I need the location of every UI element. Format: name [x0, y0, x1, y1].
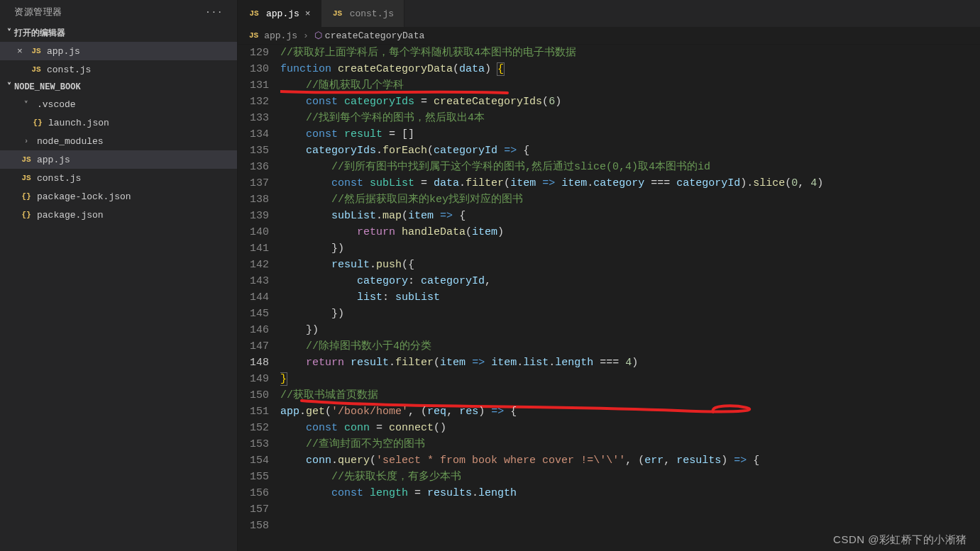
- tabs-bar: JSapp.js×JSconst.js: [238, 0, 980, 27]
- editor[interactable]: 1291301311321331341351361371381391401411…: [238, 45, 980, 551]
- file-label: .vscode: [37, 99, 76, 110]
- breadcrumb-file[interactable]: app.js: [264, 30, 297, 41]
- chevron-icon: ›: [20, 137, 33, 145]
- file-label: launch.json: [48, 118, 109, 128]
- file-item[interactable]: {}package.json: [0, 206, 237, 224]
- json-file-icon: {}: [20, 211, 33, 219]
- file-label: package.json: [37, 210, 104, 221]
- section-open-editors[interactable]: ˅ 打开的编辑器: [0, 24, 237, 42]
- file-label: app.js: [37, 155, 70, 165]
- close-icon[interactable]: ×: [14, 46, 26, 57]
- code-line[interactable]: const categoryIds = createCategoryIds(6): [280, 94, 980, 110]
- json-file-icon: {}: [20, 192, 33, 201]
- tab-label: app.js: [266, 9, 299, 19]
- chevron-icon: ˅: [20, 100, 33, 109]
- code-line[interactable]: //随机获取几个学科: [280, 77, 980, 94]
- code-line[interactable]: categoryIds.forEach(categoryId => {: [280, 143, 980, 159]
- gutter: 1291301311321331341351361371381391401411…: [238, 45, 280, 551]
- chevron-right-icon: ›: [303, 30, 309, 41]
- files-list: ˅.vscode{}launch.json›node_modulesJSapp.…: [0, 95, 237, 224]
- code-line[interactable]: subList.map(item => {: [280, 208, 980, 224]
- code-area[interactable]: //获取好上面学科后，每个学科随机获取4本图书的电子书数据function cr…: [280, 45, 980, 551]
- code-line[interactable]: }): [280, 322, 980, 338]
- js-file-icon: JS: [20, 174, 33, 182]
- code-line[interactable]: list: subList: [280, 289, 980, 306]
- js-file-icon: JS: [248, 9, 260, 18]
- file-item[interactable]: JSapp.js: [0, 150, 237, 169]
- code-line[interactable]: function createCategoryData(data) {: [280, 61, 980, 77]
- file-label: const.js: [37, 173, 81, 184]
- open-editors-label: 打开的编辑器: [14, 27, 65, 39]
- code-line[interactable]: return result.filter(item => item.list.l…: [280, 355, 980, 371]
- function-icon: ⬡: [314, 30, 322, 41]
- sidebar-more-icon[interactable]: ···: [201, 7, 227, 18]
- file-item[interactable]: {}package-lock.json: [0, 187, 237, 206]
- js-file-icon: JS: [20, 155, 33, 164]
- sidebar-title: 资源管理器: [14, 6, 62, 18]
- sidebar-header: 资源管理器 ···: [0, 0, 237, 24]
- js-file-icon: JS: [30, 65, 43, 74]
- close-icon[interactable]: ×: [305, 9, 311, 19]
- code-line[interactable]: const result = []: [280, 126, 980, 143]
- js-file-icon: JS: [331, 9, 344, 18]
- code-line[interactable]: const length = results.length: [280, 485, 980, 501]
- code-line[interactable]: //到所有图书中找到属于这个学科的图书,然后通过slice(0,4)取4本图书的…: [280, 159, 980, 175]
- code-line[interactable]: }): [280, 240, 980, 257]
- code-line[interactable]: //先获取长度，有多少本书: [280, 469, 980, 485]
- sidebar: 资源管理器 ··· ˅ 打开的编辑器 ×JSapp.js JSconst.js …: [0, 0, 238, 551]
- open-editor-item[interactable]: ×JSapp.js: [0, 42, 237, 60]
- code-line[interactable]: category: categoryId,: [280, 273, 980, 289]
- code-line[interactable]: //找到每个学科的图书，然后取出4本: [280, 110, 980, 126]
- project-label: NODE_NEW_BOOK: [14, 82, 81, 92]
- js-file-icon: JS: [249, 31, 258, 40]
- file-item[interactable]: {}launch.json: [0, 113, 237, 132]
- tab[interactable]: JSconst.js: [321, 0, 404, 27]
- tab[interactable]: JSapp.js×: [238, 0, 321, 27]
- code-line[interactable]: return handleData(item): [280, 224, 980, 240]
- watermark: CSDN @彩虹桥下的小淅猪: [833, 533, 967, 547]
- chevron-down-icon: ˅: [4, 28, 14, 38]
- code-line[interactable]: //查询封面不为空的图书: [280, 436, 980, 452]
- code-line[interactable]: result.push({: [280, 257, 980, 273]
- code-line[interactable]: const subList = data.filter(item => item…: [280, 175, 980, 191]
- json-file-icon: {}: [31, 118, 44, 127]
- folder-item[interactable]: ›node_modules: [0, 132, 237, 150]
- folder-item[interactable]: ˅.vscode: [0, 95, 237, 113]
- code-line[interactable]: conn.query('select * from book where cov…: [280, 452, 980, 469]
- file-label: const.js: [47, 65, 91, 75]
- code-line[interactable]: }: [280, 371, 980, 387]
- file-label: package-lock.json: [37, 191, 131, 202]
- file-label: node_modules: [37, 136, 104, 147]
- chevron-down-icon: ˅: [4, 82, 14, 92]
- main: JSapp.js×JSconst.js JS app.js › ⬡ create…: [238, 0, 980, 551]
- open-editors-list: ×JSapp.js JSconst.js: [0, 42, 237, 79]
- breadcrumbs[interactable]: JS app.js › ⬡ createCategoryData: [238, 27, 980, 45]
- code-line[interactable]: }): [280, 306, 980, 322]
- breadcrumb-symbol[interactable]: ⬡ createCategoryData: [314, 30, 424, 41]
- section-project[interactable]: ˅ NODE_NEW_BOOK: [0, 79, 237, 95]
- code-line[interactable]: //获取书城首页数据: [280, 387, 980, 403]
- tab-label: const.js: [350, 9, 394, 19]
- code-line[interactable]: const conn = connect(): [280, 420, 980, 436]
- file-label: app.js: [47, 46, 80, 57]
- code-line[interactable]: //除掉图书数小于4的分类: [280, 338, 980, 355]
- file-item[interactable]: JSconst.js: [0, 169, 237, 187]
- code-line[interactable]: //然后据获取回来的key找到对应的图书: [280, 191, 980, 208]
- code-line[interactable]: app.get('/book/home', (req, res) => {: [280, 403, 980, 420]
- open-editor-item[interactable]: JSconst.js: [0, 60, 237, 79]
- code-line[interactable]: //获取好上面学科后，每个学科随机获取4本图书的电子书数据: [280, 45, 980, 61]
- js-file-icon: JS: [30, 47, 43, 55]
- close-icon[interactable]: [14, 65, 26, 75]
